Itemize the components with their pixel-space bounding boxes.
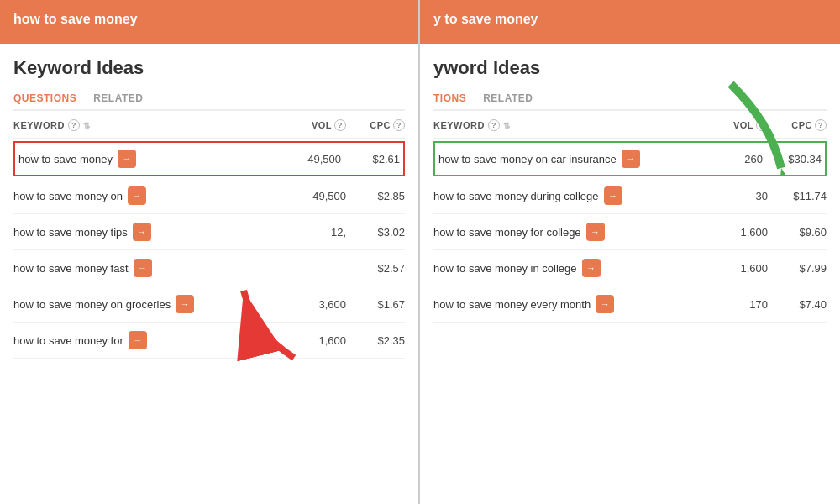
table-row: how to save money in college → 1,600 $7.… <box>433 250 827 286</box>
green-arrow-annotation <box>714 76 790 180</box>
table-row: how to save money tips → 12, $3.02 <box>13 214 405 250</box>
keyword-text: how to save money fast <box>13 262 129 275</box>
cpc-value: $9.60 <box>768 226 827 239</box>
keyword-link-btn[interactable]: → <box>129 331 147 349</box>
keyword-link-btn[interactable]: → <box>134 259 152 277</box>
tab-related-left[interactable]: RELATED <box>93 87 143 109</box>
col-keyword-label: KEYWORD <box>13 120 65 130</box>
keyword-link-btn[interactable]: → <box>596 295 614 313</box>
cpc-value: $2.61 <box>341 153 400 165</box>
keyword-help-icon: ? <box>68 119 80 131</box>
vol-value: 1,600 <box>701 226 768 239</box>
table-row: how to save money fast → $2.57 <box>13 250 405 286</box>
tab-questions-right[interactable]: TIONS <box>433 87 466 109</box>
table-row: how to save money → 49,500 $2.61 <box>13 141 405 176</box>
table-row: how to save money during college → 30 $1… <box>433 178 827 214</box>
col-vol-label: VOL <box>312 120 332 130</box>
cpc-help-icon-r: ? <box>815 119 827 131</box>
keyword-link-btn[interactable]: → <box>128 186 146 205</box>
keyword-link-btn[interactable]: → <box>582 259 601 277</box>
keyword-link-btn[interactable]: → <box>118 150 136 168</box>
col-keyword-label-r: KEYWORD <box>433 120 485 130</box>
keyword-text: how to save money for college <box>433 226 581 239</box>
right-panel: y to save money yword Ideas TIONS RELATE… <box>420 0 840 504</box>
cpc-value: $2.85 <box>346 190 405 202</box>
keyword-link-btn[interactable]: → <box>133 223 151 241</box>
left-search-bar: how to save money <box>0 0 418 44</box>
left-section-title: Keyword Ideas <box>13 57 405 79</box>
red-arrow-annotation <box>235 282 302 370</box>
vol-value: 1,600 <box>701 262 768 275</box>
cpc-value: $2.35 <box>346 334 405 347</box>
left-table-header: KEYWORD ? ⇅ VOL ? CPC ? <box>13 111 405 139</box>
keyword-text: how to save money <box>18 153 113 165</box>
keyword-text: how to save money during college <box>433 190 599 202</box>
cpc-help-icon: ? <box>393 119 405 131</box>
right-search-bar: y to save money <box>420 0 840 44</box>
keyword-link-btn[interactable]: → <box>622 150 640 168</box>
cpc-value: $11.74 <box>768 190 827 202</box>
table-row: how to save money on groceries → 3,600 $… <box>13 286 405 323</box>
vol-value: 49,500 <box>279 190 346 202</box>
keyword-link-btn[interactable]: → <box>586 223 605 241</box>
table-row: how to save money for → 1,600 $2.35 <box>13 323 405 359</box>
keyword-help-icon-r: ? <box>488 119 500 131</box>
keyword-text: how to save money in college <box>433 262 577 275</box>
left-tabs: QUESTIONS RELATED <box>13 87 405 111</box>
tab-questions-left[interactable]: QUESTIONS <box>13 87 76 109</box>
table-row: how to save money for college → 1,600 $9… <box>433 214 827 250</box>
table-row: how to save money on → 49,500 $2.85 <box>13 178 405 214</box>
keyword-sort-icon[interactable]: ⇅ <box>83 121 91 130</box>
vol-value: 170 <box>701 298 768 311</box>
cpc-value: $7.99 <box>768 262 827 275</box>
keyword-sort-icon-r[interactable]: ⇅ <box>503 121 511 130</box>
keyword-text: how to save money on <box>13 190 123 202</box>
keyword-text: how to save money every month <box>433 298 591 311</box>
vol-value: 30 <box>701 190 768 202</box>
vol-value: 12, <box>279 226 346 239</box>
keyword-text: how to save money on groceries <box>13 298 171 311</box>
col-cpc-label-r: CPC <box>791 120 812 130</box>
keyword-text: how to save money tips <box>13 226 128 239</box>
cpc-value: $3.02 <box>346 226 405 239</box>
cpc-value: $1.67 <box>346 298 405 311</box>
left-panel: how to save money Keyword Ideas QUESTION… <box>0 0 420 504</box>
col-cpc-label: CPC <box>370 120 391 130</box>
vol-help-icon: ? <box>334 119 346 131</box>
keyword-text: how to save money for <box>13 334 123 347</box>
cpc-value: $2.57 <box>346 262 405 275</box>
vol-value: 49,500 <box>274 153 341 165</box>
keyword-text: how to save money on car insurance <box>438 153 617 165</box>
keyword-link-btn[interactable]: → <box>176 295 194 313</box>
cpc-value: $7.40 <box>768 298 827 311</box>
tab-related-right[interactable]: RELATED <box>483 87 533 109</box>
keyword-link-btn[interactable]: → <box>604 186 622 205</box>
table-row: how to save money every month → 170 $7.4… <box>433 286 827 323</box>
